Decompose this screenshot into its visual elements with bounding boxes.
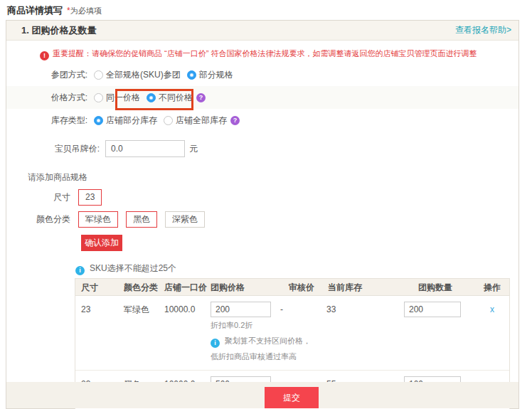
help-icon[interactable]: [230, 116, 240, 125]
price-tip: 低折扣商品审核通过率高: [211, 352, 297, 361]
stock-type-row: 库存类型: 店铺部分库存 店铺全部库存: [6, 109, 518, 132]
warning-icon: [40, 51, 49, 60]
radio-option-all-stock[interactable]: 店铺全部库存: [164, 115, 227, 127]
group-buy-panel: 1. 团购价格及数量 查看报名帮助> 重要提醒：请确保您的促销商品 “店铺一口价…: [6, 20, 519, 409]
cell-size: 23: [81, 302, 124, 317]
help-link[interactable]: 查看报名帮助>: [455, 24, 511, 36]
radio-icon: [164, 116, 173, 125]
radio-selected-icon: [94, 116, 103, 125]
size-label: 尺寸: [6, 191, 70, 203]
col-header-audit-price: 审核价: [278, 279, 324, 296]
radio-selected-icon: [187, 70, 196, 80]
tag-price-input[interactable]: [105, 140, 185, 157]
size-option-23[interactable]: 23: [78, 189, 102, 206]
col-header-shop-price: 店铺一口价: [164, 279, 211, 296]
submit-button[interactable]: 提交: [265, 387, 319, 408]
tag-price-unit: 元: [189, 143, 198, 155]
page-title: 商品详情填写: [7, 5, 63, 16]
join-mode-label: 参团方式:: [6, 69, 87, 81]
col-header-size: 尺寸: [81, 279, 124, 296]
cell-group-price: 折扣率0.2折 聚划算不支持区间价格， 低折扣商品审核通过率高: [211, 302, 278, 364]
price-tip: 聚划算不支持区间价格，: [211, 336, 311, 345]
delete-row-button[interactable]: x: [490, 304, 494, 314]
tag-price-row: 宝贝吊牌价: 元: [6, 134, 518, 163]
col-header-group-quantity: 团购数量: [404, 279, 475, 296]
size-spec-row: 尺寸 23: [6, 189, 518, 206]
spec-section-hint: 请添加商品规格: [28, 171, 518, 184]
sku-limit-note: SKU选择不能超过25个: [75, 262, 518, 275]
section-header: 1. 团购价格及数量 查看报名帮助>: [6, 21, 518, 41]
col-header-current-stock: 当前库存: [324, 279, 404, 296]
cell-color: 军绿色: [124, 302, 164, 317]
table-header-row: 尺寸 颜色分类 店铺一口价 团购价格 审核价 当前库存 团购数量 操作: [75, 279, 509, 296]
cell-audit-price: -: [278, 302, 324, 317]
color-option-dark-purple[interactable]: 深紫色: [165, 211, 205, 228]
section-title: 1. 团购价格及数量: [21, 24, 96, 37]
cell-group-quantity: [404, 302, 475, 317]
table-row: 23 军绿色 10000.0 折扣率0.2折 聚划算不支持区间价格， 低折扣商品…: [75, 296, 509, 370]
radio-option-different-price[interactable]: 不同价格: [147, 92, 193, 104]
info-icon: [75, 266, 85, 275]
color-label: 颜色分类: [6, 213, 70, 225]
color-option-black[interactable]: 黑色: [126, 211, 157, 228]
cell-actions: x: [475, 302, 509, 317]
tag-price-label: 宝贝吊牌价:: [6, 143, 100, 155]
group-price-input[interactable]: [211, 302, 271, 317]
radio-option-partial-stock[interactable]: 店铺部分库存: [94, 115, 157, 127]
cell-current-stock: 33: [324, 302, 404, 317]
required-note: 为必填项: [70, 6, 102, 15]
stock-type-label: 库存类型:: [6, 115, 87, 127]
page-header: 商品详情填写*为必填项: [7, 3, 102, 18]
color-spec-row: 颜色分类 军绿色 黑色 深紫色: [6, 211, 518, 228]
color-option-army-green[interactable]: 军绿色: [78, 211, 118, 228]
quantity-input[interactable]: [404, 302, 461, 317]
warning-text: 重要提醒：请确保您的促销商品 “店铺一口价” 符合国家价格法律法规要求，如需调整…: [53, 49, 477, 58]
radio-icon: [94, 93, 103, 102]
warning-banner: 重要提醒：请确保您的促销商品 “店铺一口价” 符合国家价格法律法规要求，如需调整…: [40, 48, 518, 62]
cell-shop-price: 10000.0: [164, 302, 211, 317]
confirm-add-button[interactable]: 确认添加: [81, 235, 122, 251]
col-header-group-price: 团购价格: [211, 279, 278, 296]
radio-option-same-price[interactable]: 同一价格: [94, 92, 140, 104]
price-mode-row: 价格方式: 同一价格 不同价格: [6, 86, 518, 109]
panel-footer: 提交: [6, 382, 518, 408]
col-header-actions: 操作: [475, 279, 509, 296]
radio-option-partial-sku[interactable]: 部分规格: [187, 69, 233, 81]
radio-icon: [94, 70, 103, 80]
radio-option-all-sku[interactable]: 全部规格(SKU)参团: [94, 69, 181, 81]
discount-rate-note: 折扣率0.2折: [211, 321, 252, 329]
radio-selected-icon: [147, 93, 156, 102]
help-icon[interactable]: [196, 93, 206, 102]
price-mode-label: 价格方式:: [6, 92, 87, 104]
join-mode-row: 参团方式: 全部规格(SKU)参团 部分规格: [6, 63, 518, 86]
info-icon: [211, 339, 220, 348]
col-header-color: 颜色分类: [124, 279, 164, 296]
